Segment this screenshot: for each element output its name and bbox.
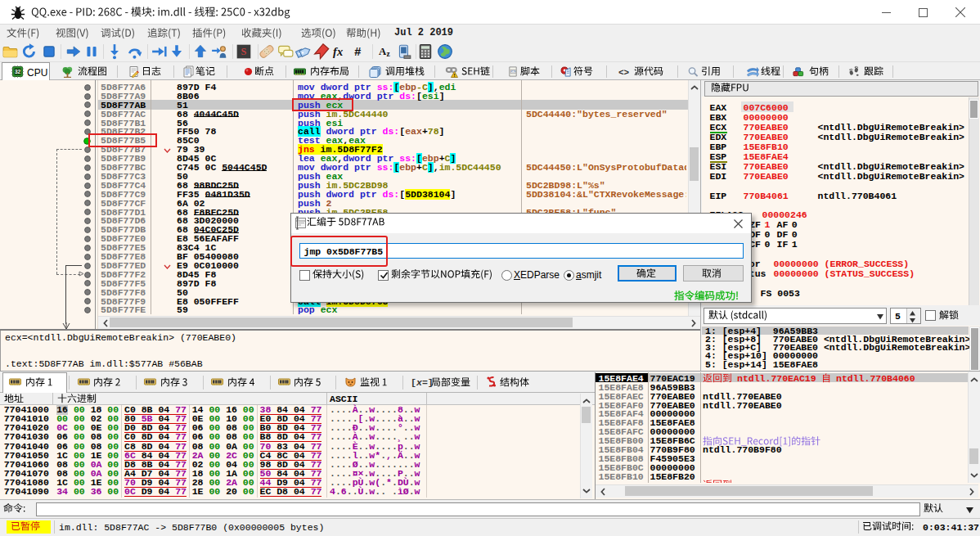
svg-text:fx: fx [333, 45, 343, 58]
svg-text:#: # [354, 45, 361, 58]
svg-text:S: S [241, 46, 247, 57]
svg-text:<>: <> [510, 70, 515, 74]
svg-text:<>: <> [618, 67, 630, 77]
svg-text:!: ! [454, 73, 456, 78]
svg-text:32: 32 [14, 69, 20, 74]
svg-text:z: z [387, 50, 390, 58]
